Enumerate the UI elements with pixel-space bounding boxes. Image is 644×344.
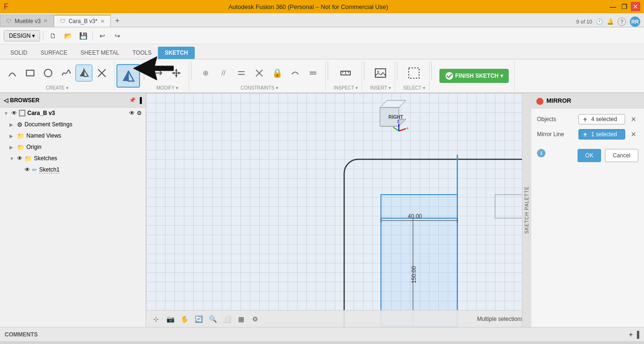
camera-btn[interactable]: 📷 (164, 313, 176, 325)
svg-point-27 (377, 71, 379, 73)
browser-item-sketch1[interactable]: 👁 ✏ Sketch1 (0, 164, 146, 175)
window-controls: — ❐ ✕ (608, 2, 640, 11)
measure-btn[interactable] (337, 65, 354, 82)
tool-arrow-annotation (129, 54, 176, 82)
mirror-line-clear-btn[interactable]: ✕ (629, 130, 638, 139)
restore-btn[interactable]: ❐ (619, 2, 629, 11)
insert-image-btn[interactable] (372, 65, 389, 82)
tab-mueble-icon: 🛡 (6, 18, 12, 25)
design-button[interactable]: DESIGN ▾ (4, 30, 40, 41)
browser-collapse-right-btn[interactable]: ▐ (138, 97, 142, 104)
equal-btn[interactable] (305, 65, 322, 82)
canvas[interactable]: RIGHT Z X (146, 93, 531, 327)
folder-icon: 📁 (17, 132, 25, 139)
tab-cara-b[interactable]: 🛡 Cara_B v3* ✕ (54, 15, 110, 27)
eye-icon[interactable]: 👁 (11, 110, 17, 116)
rect-tool-btn[interactable] (22, 65, 39, 82)
tab-mueble-close[interactable]: ✕ (43, 18, 48, 24)
circle-tool-btn[interactable] (40, 65, 57, 82)
collinear-btn[interactable]: // (215, 65, 232, 82)
browser-item-cara-b[interactable]: ▼ 👁 Cara_B v3 👁 ⚙ (0, 107, 146, 119)
perpendicular-btn[interactable] (251, 65, 268, 82)
svg-marker-7 (123, 71, 128, 81)
cancel-btn[interactable]: Cancel (605, 149, 638, 162)
browser-item-label: Sketch1 (39, 166, 59, 173)
snap-btn[interactable]: ⊹ (150, 313, 162, 325)
sketch-palette-tab[interactable]: SKETCH PALETTE (522, 93, 531, 327)
svg-line-6 (102, 69, 106, 73)
mirror-panel: SKETCH PALETTE ⬤ MIRROR Objects 4 select… (531, 93, 644, 327)
mirror-line-select-btn[interactable]: 1 selected (578, 129, 625, 139)
finish-sketch-btn[interactable]: FINISH SKETCH ▾ (439, 69, 509, 83)
open-file-btn[interactable]: 📂 (61, 29, 74, 42)
tab-info: 9 of 10 🕐 🔔 ? RR (572, 16, 644, 27)
browser-item-named-views[interactable]: ▶ 📁 Named Views (0, 130, 146, 141)
browser-item-label: Named Views (26, 132, 61, 139)
eye-icon[interactable]: 👁 (25, 166, 30, 173)
insert-group: INSERT ▾ (366, 61, 395, 90)
orbit-btn[interactable]: 🔄 (192, 313, 205, 325)
tab-mueble[interactable]: 🛡 Mueble v3 ✕ (0, 15, 54, 27)
constraints-group: ⊕ // 🔒 CONSTRAINTS ▾ (193, 61, 326, 90)
parallel-btn[interactable] (233, 65, 250, 82)
select-btn[interactable] (405, 65, 422, 82)
new-file-btn[interactable]: 🗋 (46, 29, 59, 42)
tab-sheet-metal[interactable]: SHEET METAL (74, 47, 126, 59)
minimize-btn[interactable]: — (608, 2, 618, 11)
clock-icon: 🕐 (596, 18, 603, 25)
objects-count: 4 selected (591, 116, 617, 123)
mirror-tool-btn[interactable] (75, 65, 92, 82)
comments-add-btn[interactable]: + (629, 331, 633, 338)
svg-line-5 (98, 73, 102, 77)
zoom-btn[interactable]: 🔍 (206, 313, 219, 325)
select-label: SELECT ▾ (403, 85, 425, 90)
user-avatar[interactable]: RR (630, 16, 640, 27)
tab-surface[interactable]: SURFACE (34, 47, 74, 59)
gear-icon[interactable]: ⚙ (137, 110, 142, 116)
main-tabs: SOLID SURFACE SHEET METAL TOOLS SKETCH (0, 44, 644, 59)
trim-tool-btn[interactable] (93, 65, 110, 82)
pan-btn[interactable]: ✋ (178, 313, 190, 325)
browser-item-origin[interactable]: ▶ 📁 Origin (0, 141, 146, 153)
inspect-label: INSPECT ▾ (334, 85, 358, 90)
objects-select-btn[interactable]: 4 selected (578, 114, 625, 124)
arc-tool-btn[interactable] (4, 65, 21, 82)
svg-marker-9 (133, 57, 173, 80)
tool-ribbon: CREATE ▾ (0, 59, 644, 93)
browser-pin-btn[interactable]: 📌 (129, 97, 136, 104)
arrow-icon: ▼ (9, 156, 15, 161)
ok-btn[interactable]: OK (578, 149, 601, 162)
redo-btn[interactable]: ↪ (111, 29, 124, 42)
tangent-btn[interactable] (287, 65, 304, 82)
insert-label: INSERT ▾ (370, 85, 391, 90)
tab-cara-b-close[interactable]: ✕ (100, 18, 105, 25)
page-count: 9 of 10 (576, 19, 592, 25)
help-icon[interactable]: ? (618, 17, 626, 26)
svg-rect-26 (375, 69, 386, 77)
spline-tool-btn[interactable] (58, 65, 74, 82)
undo-btn[interactable]: ↩ (96, 29, 109, 42)
tab-solid[interactable]: SOLID (4, 47, 34, 59)
eye-icon[interactable]: 👁 (17, 155, 23, 162)
fit-btn[interactable]: ⬜ (221, 313, 233, 325)
create-label: CREATE ▾ (46, 85, 68, 90)
visibility-icon[interactable]: 👁 (129, 110, 135, 116)
browser-item-sketches[interactable]: ▼ 👁 📁 Sketches (0, 153, 146, 164)
browser-collapse-btn[interactable]: ◁ (4, 97, 8, 104)
settings-btn[interactable]: ⚙ (249, 313, 261, 325)
svg-text:40.00: 40.00 (408, 213, 422, 220)
grid-btn[interactable]: ▦ (235, 313, 247, 325)
arrow-icon: ▶ (9, 133, 15, 139)
close-btn[interactable]: ✕ (631, 2, 640, 11)
info-icon[interactable]: i (537, 149, 545, 157)
canvas-bottom-tools: ⊹ 📷 ✋ 🔄 🔍 ⬜ ▦ ⚙ Multiple selections (146, 310, 531, 327)
save-btn[interactable]: 💾 (76, 29, 90, 42)
objects-clear-btn[interactable]: ✕ (629, 115, 638, 124)
coincident-btn[interactable]: ⊕ (197, 65, 214, 82)
browser-item-doc-settings[interactable]: ▶ ⚙ Document Settings (0, 119, 146, 130)
tab-add-btn[interactable]: + (111, 15, 124, 27)
tab-cara-b-label: Cara_B v3* (68, 18, 97, 25)
comments-collapse-btn[interactable]: ▐ (635, 331, 639, 338)
lock-btn[interactable]: 🔒 (269, 65, 286, 82)
notification-icon[interactable]: 🔔 (607, 18, 614, 25)
